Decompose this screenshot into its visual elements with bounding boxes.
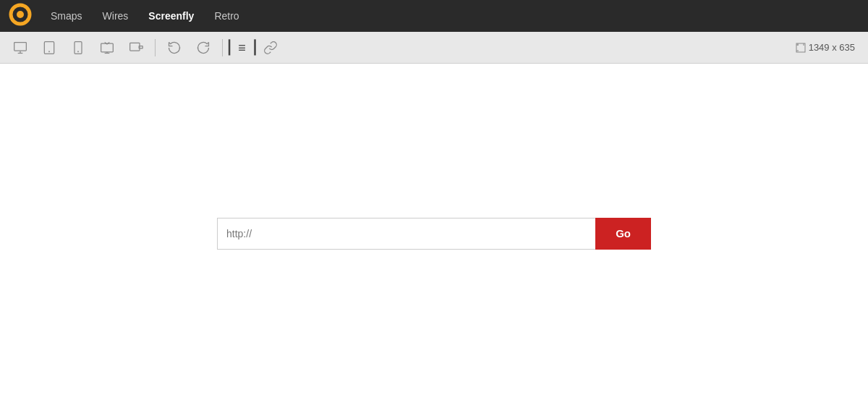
rotate-ccw-button[interactable] <box>161 35 187 60</box>
custom-icon <box>129 41 143 55</box>
main-content: Go <box>0 64 868 403</box>
go-button[interactable]: Go <box>595 218 651 250</box>
link-icon <box>263 41 278 55</box>
nav-wires[interactable]: Wires <box>93 0 139 32</box>
toggle-columns-button[interactable]: ▏≡▕ <box>229 35 255 60</box>
svg-rect-13 <box>130 43 140 51</box>
desktop-button[interactable] <box>7 35 33 60</box>
toolbar: ▏≡▕ 1349 x 635 <box>0 32 868 64</box>
custom-button[interactable] <box>123 35 149 60</box>
dimensions-value: 1349 x 635 <box>809 42 855 53</box>
rotate-ccw-icon <box>167 41 182 55</box>
tv-icon <box>100 41 114 55</box>
dimensions-display: 1349 x 635 <box>796 42 861 53</box>
logo <box>7 1 41 30</box>
url-input[interactable] <box>217 218 595 250</box>
url-container: Go <box>217 218 651 250</box>
svg-point-2 <box>17 11 24 18</box>
columns-icon: ▏≡▕ <box>229 40 255 56</box>
nav-retro[interactable]: Retro <box>204 0 249 32</box>
navbar: Smaps Wires Screenfly Retro <box>0 0 868 32</box>
toolbar-divider-1 <box>155 39 156 56</box>
svg-rect-3 <box>14 42 27 51</box>
nav-smaps[interactable]: Smaps <box>41 0 93 32</box>
desktop-icon <box>13 41 27 55</box>
link-button[interactable] <box>258 35 284 60</box>
toolbar-divider-2 <box>222 39 223 56</box>
tv-button[interactable] <box>94 35 120 60</box>
rotate-cw-button[interactable] <box>190 35 216 60</box>
tablet-button[interactable] <box>36 35 62 60</box>
svg-rect-10 <box>101 43 114 52</box>
rotate-cw-icon <box>196 41 210 55</box>
nav-screenfly[interactable]: Screenfly <box>138 0 204 32</box>
dimensions-icon <box>796 43 806 53</box>
tablet-icon <box>42 41 56 55</box>
phone-icon <box>71 41 85 55</box>
phone-button[interactable] <box>65 35 91 60</box>
